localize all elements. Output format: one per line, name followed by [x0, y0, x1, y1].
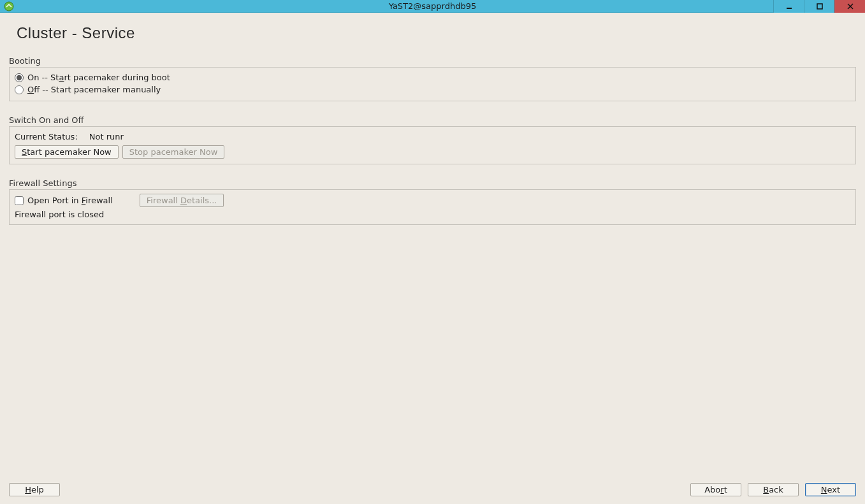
switch-panel: Current Status: Not runr Start pacemaker…: [9, 126, 856, 164]
firewall-panel: Open Port in Firewall Firewall Details..…: [9, 189, 856, 225]
booting-on-radio-input[interactable]: [15, 73, 24, 82]
current-status-value: Not runr: [89, 132, 124, 141]
svg-rect-1: [787, 8, 792, 9]
page-body: Cluster - Service Booting On -- Start pa…: [0, 13, 865, 504]
svg-point-0: [4, 2, 13, 11]
window-close-button[interactable]: [834, 0, 865, 13]
window-title: YaST2@sapprdhdb95: [0, 1, 865, 11]
booting-on-label: On -- Start pacemaker during boot: [27, 73, 170, 82]
svg-rect-2: [817, 4, 822, 9]
help-button[interactable]: Help: [9, 483, 60, 496]
switch-label: Switch On and Off: [9, 115, 856, 125]
firewall-label: Firewall Settings: [9, 178, 856, 188]
open-port-label: Open Port in Firewall: [27, 196, 113, 205]
firewall-details-button: Firewall Details...: [140, 194, 224, 207]
booting-off-label: Off -- Start pacemaker manually: [27, 85, 161, 94]
start-pacemaker-button[interactable]: Start pacemaker Now: [15, 145, 119, 159]
booting-on-radio[interactable]: On -- Start pacemaker during boot: [15, 71, 850, 83]
booting-panel: On -- Start pacemaker during boot Off --…: [9, 67, 856, 101]
booting-off-radio-input[interactable]: [15, 85, 24, 94]
back-button[interactable]: Back: [748, 483, 799, 496]
footer: Help Abort Back Next: [9, 478, 856, 496]
abort-button[interactable]: Abort: [690, 483, 741, 496]
window-controls: [773, 0, 865, 13]
yast-icon: [4, 1, 14, 11]
window-minimize-button[interactable]: [773, 0, 804, 13]
open-port-checkbox[interactable]: Open Port in Firewall: [15, 194, 113, 206]
booting-off-radio[interactable]: Off -- Start pacemaker manually: [15, 83, 850, 96]
page-title: Cluster - Service: [17, 24, 856, 42]
stop-pacemaker-button: Stop pacemaker Now: [122, 145, 225, 159]
booting-label: Booting: [9, 56, 856, 66]
window-maximize-button[interactable]: [804, 0, 834, 13]
next-button[interactable]: Next: [805, 483, 856, 496]
current-status-label: Current Status:: [15, 132, 78, 141]
open-port-checkbox-input[interactable]: [15, 196, 24, 205]
firewall-status-text: Firewall port is closed: [15, 210, 850, 219]
window-titlebar: YaST2@sapprdhdb95: [0, 0, 865, 13]
